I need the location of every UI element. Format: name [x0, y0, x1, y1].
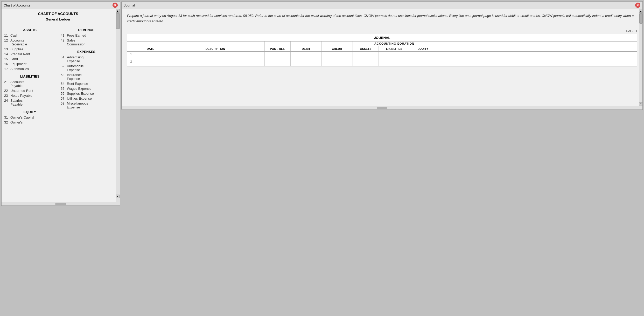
row-2-debit[interactable]: [291, 59, 322, 66]
col-header-postref: POST. REF.: [265, 46, 291, 51]
row-2-assets[interactable]: [353, 59, 379, 66]
row-1-credit[interactable]: [322, 52, 353, 59]
chart-vertical-scrollbar[interactable]: ▲ ▼: [116, 9, 120, 202]
journal-row-1: 1: [127, 52, 637, 59]
list-item: 41 Fees Earned: [61, 33, 112, 37]
list-item: 13 Supplies: [4, 47, 55, 51]
list-item: 56 Supplies Expense: [61, 92, 112, 95]
row-1-equity[interactable]: [410, 52, 436, 59]
row-2-description[interactable]: [166, 59, 265, 66]
list-item: 22 Unearned Rent: [4, 89, 55, 93]
list-item: 55 Wages Expense: [61, 87, 112, 91]
expenses-section-header: EXPENSES: [61, 50, 112, 54]
row-1-postref[interactable]: [265, 52, 291, 59]
col-header-date: DATE: [135, 46, 166, 51]
chart-title-bar: Chart of Accounts ×: [2, 2, 120, 9]
list-item: 15 Land: [4, 57, 55, 61]
list-item: 14 Prepaid Rent: [4, 52, 55, 56]
scroll-up-arrow[interactable]: ▲: [116, 9, 120, 13]
row-2-postref[interactable]: [265, 59, 291, 66]
journal-vertical-scrollbar[interactable]: ▲ ▼: [639, 9, 642, 106]
list-item: 54 Rent Expense: [61, 82, 112, 86]
list-item: 42 SalesCommission: [61, 38, 112, 46]
scroll-thumb[interactable]: [116, 13, 120, 29]
list-item: 16 Equipment: [4, 62, 55, 66]
col-header-assets: ASSETS: [353, 46, 379, 51]
row-2-liabilities[interactable]: [379, 59, 410, 66]
col-header-equity: EQUITY: [410, 46, 436, 51]
journal-h-scroll-thumb[interactable]: [377, 107, 387, 109]
journal-instructions: Prepare a journal entry on August 13 for…: [127, 13, 637, 24]
list-item: 53 InsuranceExpense: [61, 73, 112, 81]
journal-row-2: 2: [127, 59, 637, 66]
row-2-credit[interactable]: [322, 59, 353, 66]
row-2-num: 2: [127, 59, 135, 66]
row-1-liabilities[interactable]: [379, 52, 410, 59]
journal-window-title: Journal: [124, 3, 135, 7]
col-header-credit: CREDIT: [322, 46, 353, 51]
list-item: 12 AccountsReceivable: [4, 38, 55, 46]
list-item: 58 MiscellaneousExpense: [61, 101, 112, 109]
chart-window-title: Chart of Accounts: [4, 3, 30, 7]
row-1-num: 1: [127, 52, 135, 59]
list-item: 52 AutomobileExpense: [61, 64, 112, 72]
list-item: 17 Automobiles: [4, 67, 55, 71]
journal-window: Journal × Prepare a journal entry on Aug…: [121, 1, 643, 110]
accounting-equation-header: ACCOUNTING EQUATION: [353, 42, 436, 46]
scroll-down-arrow[interactable]: ▼: [116, 195, 120, 198]
row-1-debit[interactable]: [291, 52, 322, 59]
chart-of-accounts-window: Chart of Accounts × CHART OF ACCOUNTS Ge…: [1, 1, 120, 206]
chart-subtitle: General Ledger: [4, 17, 112, 21]
liabilities-section-header: LIABILITIES: [4, 74, 55, 78]
journal-table-title: JOURNAL: [127, 34, 637, 42]
list-item: 23 Notes Payable: [4, 94, 55, 98]
page-label: PAGE 1: [127, 29, 637, 33]
col-header-liabilities: LIABILITIES: [379, 46, 410, 51]
assets-section-header: ASSETS: [4, 28, 55, 32]
chart-main-title: CHART OF ACCOUNTS: [4, 12, 112, 16]
row-1-assets[interactable]: [353, 52, 379, 59]
revenue-section-header: REVENUE: [61, 28, 112, 32]
col-header-description: DESCRIPTION: [166, 46, 265, 51]
col-header-debit: DEBIT: [291, 46, 322, 51]
journal-close-button[interactable]: ×: [635, 3, 640, 8]
journal-table: JOURNAL ACCOUNTING EQUATION DATE DESCRIP…: [127, 34, 637, 66]
journal-content-area: Prepare a journal entry on August 13 for…: [122, 9, 642, 106]
row-1-description[interactable]: [166, 52, 265, 59]
chart-horizontal-scrollbar[interactable]: [2, 202, 120, 205]
col-header-rownum: [127, 46, 135, 51]
row-2-date[interactable]: [135, 59, 166, 66]
journal-scroll-up[interactable]: ▲: [639, 9, 642, 13]
row-2-equity[interactable]: [410, 59, 436, 66]
row-1-date[interactable]: [135, 52, 166, 59]
list-item: 24 SalariesPayable: [4, 99, 55, 106]
h-scroll-thumb[interactable]: [55, 203, 66, 205]
list-item: 21 AccountsPayable: [4, 80, 55, 88]
journal-horizontal-scrollbar[interactable]: [122, 106, 642, 109]
list-item: 11 Cash: [4, 33, 55, 37]
list-item: 32 Owner's: [4, 120, 55, 124]
list-item: 31 Owner's Capital: [4, 115, 55, 119]
journal-scroll-thumb[interactable]: [639, 13, 642, 24]
journal-scroll-down[interactable]: ▼: [639, 102, 642, 106]
equity-section-header: EQUITY: [4, 110, 55, 114]
list-item: 57 Utilities Expense: [61, 97, 112, 100]
chart-close-button[interactable]: ×: [113, 3, 118, 8]
list-item: 51 AdvertisingExpense: [61, 55, 112, 63]
chart-content-area: CHART OF ACCOUNTS General Ledger ASSETS …: [2, 9, 120, 202]
journal-title-bar: Journal ×: [122, 2, 642, 9]
